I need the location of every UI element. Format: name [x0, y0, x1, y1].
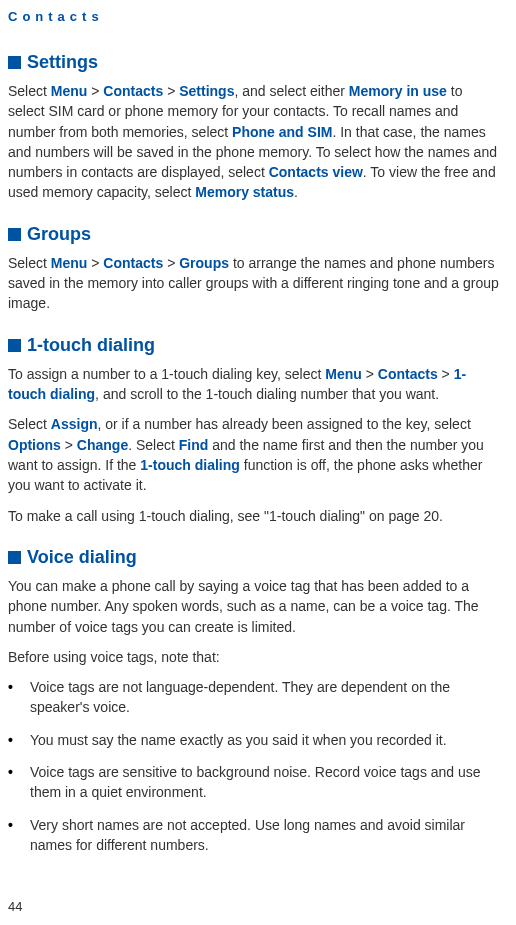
page-header: Contacts: [8, 8, 502, 27]
page-number: 44: [8, 898, 22, 917]
list-item: •You must say the name exactly as you sa…: [8, 730, 502, 750]
settings-section: Settings Select Menu > Contacts > Settin…: [8, 49, 502, 203]
bullet-dot-icon: •: [8, 730, 30, 750]
contacts-link: Contacts: [378, 366, 438, 382]
one-touch-heading: 1-touch dialing: [8, 332, 502, 358]
voice-paragraph-2: Before using voice tags, note that:: [8, 647, 502, 667]
one-touch-function-link: 1-touch dialing: [140, 457, 240, 473]
bullet-text: You must say the name exactly as you sai…: [30, 730, 502, 750]
bullet-dot-icon: •: [8, 762, 30, 803]
settings-heading: Settings: [8, 49, 502, 75]
groups-paragraph: Select Menu > Contacts > Groups to arran…: [8, 253, 502, 314]
settings-paragraph: Select Menu > Contacts > Settings, and s…: [8, 81, 502, 203]
voice-title-text: Voice dialing: [27, 547, 137, 567]
list-item: •Very short names are not accepted. Use …: [8, 815, 502, 856]
one-touch-section: 1-touch dialing To assign a number to a …: [8, 332, 502, 526]
menu-link: Menu: [325, 366, 362, 382]
one-touch-paragraph-2: Select Assign, or if a number has alread…: [8, 414, 502, 495]
bullet-text: Voice tags are not language-dependent. T…: [30, 677, 502, 718]
one-touch-paragraph-1: To assign a number to a 1-touch dialing …: [8, 364, 502, 405]
voice-paragraph-1: You can make a phone call by saying a vo…: [8, 576, 502, 637]
options-link: Options: [8, 437, 61, 453]
contacts-view-link: Contacts view: [269, 164, 363, 180]
voice-section: Voice dialing You can make a phone call …: [8, 544, 502, 855]
square-bullet-icon: [8, 228, 21, 241]
memory-in-use-link: Memory in use: [349, 83, 447, 99]
phone-and-sim-link: Phone and SIM: [232, 124, 332, 140]
groups-title-text: Groups: [27, 224, 91, 244]
contacts-link: Contacts: [103, 83, 163, 99]
find-link: Find: [179, 437, 209, 453]
assign-link: Assign: [51, 416, 98, 432]
bullet-dot-icon: •: [8, 815, 30, 856]
voice-heading: Voice dialing: [8, 544, 502, 570]
groups-section: Groups Select Menu > Contacts > Groups t…: [8, 221, 502, 314]
bullet-text: Voice tags are sensitive to background n…: [30, 762, 502, 803]
groups-heading: Groups: [8, 221, 502, 247]
bullet-dot-icon: •: [8, 677, 30, 718]
groups-link: Groups: [179, 255, 229, 271]
list-item: •Voice tags are sensitive to background …: [8, 762, 502, 803]
contacts-link: Contacts: [103, 255, 163, 271]
voice-bullet-list: •Voice tags are not language-dependent. …: [8, 677, 502, 855]
settings-title-text: Settings: [27, 52, 98, 72]
settings-link: Settings: [179, 83, 234, 99]
menu-link: Menu: [51, 255, 88, 271]
square-bullet-icon: [8, 339, 21, 352]
change-link: Change: [77, 437, 128, 453]
bullet-text: Very short names are not accepted. Use l…: [30, 815, 502, 856]
square-bullet-icon: [8, 56, 21, 69]
one-touch-title-text: 1-touch dialing: [27, 335, 155, 355]
menu-link: Menu: [51, 83, 88, 99]
square-bullet-icon: [8, 551, 21, 564]
memory-status-link: Memory status: [195, 184, 294, 200]
one-touch-paragraph-3: To make a call using 1-touch dialing, se…: [8, 506, 502, 526]
list-item: •Voice tags are not language-dependent. …: [8, 677, 502, 718]
